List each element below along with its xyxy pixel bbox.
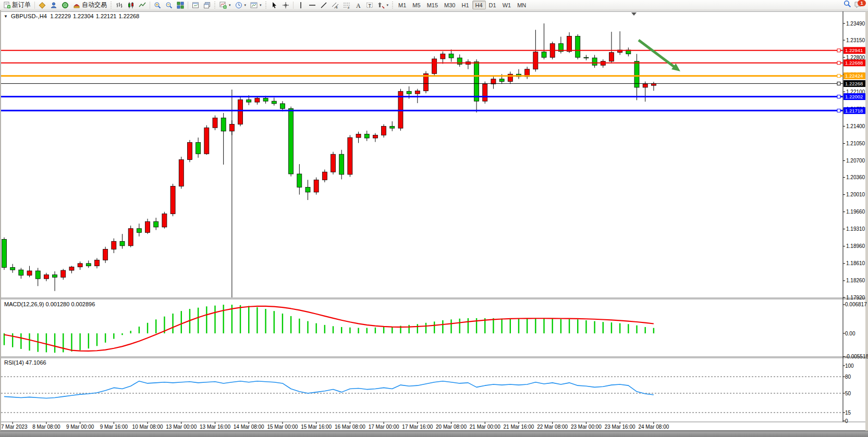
timeframe-h1-button[interactable]: H1 bbox=[458, 1, 472, 9]
candle[interactable] bbox=[187, 143, 192, 160]
candle[interactable] bbox=[196, 143, 201, 154]
timeframe-m5-button[interactable]: M5 bbox=[409, 1, 423, 9]
candle[interactable] bbox=[382, 126, 386, 135]
notifications-button[interactable]: 1 bbox=[854, 1, 865, 9]
chart-bars-button[interactable] bbox=[114, 0, 125, 10]
candle[interactable] bbox=[474, 62, 479, 102]
candle[interactable] bbox=[322, 172, 327, 180]
autotrading-button[interactable]: 自动交易 bbox=[71, 0, 109, 10]
candle[interactable] bbox=[483, 84, 487, 101]
candle[interactable] bbox=[69, 267, 74, 270]
candle[interactable] bbox=[297, 174, 302, 187]
periods-button[interactable]: ▾ bbox=[233, 0, 249, 10]
one-click-trading-toggle[interactable]: ▼ bbox=[4, 14, 8, 19]
candle[interactable] bbox=[137, 229, 141, 233]
candle[interactable] bbox=[154, 222, 158, 227]
candle[interactable] bbox=[238, 99, 243, 124]
new-order-button[interactable]: 新订单 bbox=[1, 0, 33, 10]
timeframe-w1-button[interactable]: W1 bbox=[499, 1, 515, 9]
timeframe-h4-button[interactable]: H4 bbox=[472, 1, 486, 9]
chart-canvas[interactable]: 1.234901.231501.228001.224501.221001.217… bbox=[0, 10, 868, 431]
candle[interactable] bbox=[314, 180, 319, 192]
candle[interactable] bbox=[415, 91, 420, 94]
candle[interactable] bbox=[61, 270, 66, 277]
candle[interactable] bbox=[407, 91, 411, 94]
candle[interactable] bbox=[592, 58, 597, 65]
horizontal-line-button[interactable] bbox=[307, 0, 318, 10]
cursor-button[interactable] bbox=[268, 0, 280, 10]
candle[interactable] bbox=[35, 271, 40, 279]
candle[interactable] bbox=[499, 79, 504, 82]
candle[interactable] bbox=[128, 229, 133, 246]
candle[interactable] bbox=[204, 128, 209, 154]
candle[interactable] bbox=[364, 134, 369, 138]
candle[interactable] bbox=[533, 52, 538, 69]
candle[interactable] bbox=[339, 154, 344, 174]
candle[interactable] bbox=[584, 57, 589, 58]
label-button[interactable]: T bbox=[364, 0, 375, 10]
candle[interactable] bbox=[280, 104, 285, 108]
candle[interactable] bbox=[576, 36, 580, 58]
text-button[interactable]: A bbox=[352, 0, 364, 10]
candle[interactable] bbox=[441, 54, 445, 59]
channel-button[interactable]: E bbox=[329, 0, 341, 10]
candle[interactable] bbox=[255, 98, 260, 103]
candle[interactable] bbox=[432, 59, 437, 73]
chart-line-button[interactable] bbox=[137, 0, 148, 10]
trendline-button[interactable] bbox=[318, 0, 329, 10]
timeframe-m1-button[interactable]: M1 bbox=[395, 1, 409, 9]
templates-button[interactable]: ▾ bbox=[248, 0, 264, 10]
chart-candles-button[interactable] bbox=[125, 0, 137, 10]
candle[interactable] bbox=[356, 134, 361, 138]
candle[interactable] bbox=[651, 83, 656, 85]
data-window-button[interactable] bbox=[48, 0, 59, 10]
candle[interactable] bbox=[229, 124, 234, 131]
market-watch-button[interactable] bbox=[36, 0, 48, 10]
candle[interactable] bbox=[10, 267, 15, 270]
candle[interactable] bbox=[162, 214, 167, 227]
timeframe-d1-button[interactable]: D1 bbox=[486, 1, 499, 9]
candle[interactable] bbox=[221, 118, 226, 131]
candle[interactable] bbox=[19, 270, 23, 275]
timeframe-m15-button[interactable]: M15 bbox=[424, 1, 441, 9]
arrange-windows-button[interactable] bbox=[190, 0, 201, 10]
candle[interactable] bbox=[373, 135, 377, 138]
candle[interactable] bbox=[567, 36, 572, 52]
candle[interactable] bbox=[348, 138, 352, 174]
candle[interactable] bbox=[213, 118, 217, 128]
chart-window[interactable]: 1.234901.231501.228001.224501.221001.217… bbox=[0, 10, 868, 431]
navigator-button[interactable] bbox=[59, 0, 71, 10]
candle[interactable] bbox=[542, 52, 546, 57]
candle[interactable] bbox=[2, 240, 7, 268]
candle[interactable] bbox=[78, 264, 82, 267]
candle[interactable] bbox=[272, 101, 276, 104]
candle[interactable] bbox=[53, 275, 57, 278]
candle[interactable] bbox=[449, 54, 454, 58]
candle[interactable] bbox=[491, 79, 496, 84]
candle[interactable] bbox=[103, 249, 108, 260]
candle[interactable] bbox=[86, 264, 91, 266]
candle[interactable] bbox=[170, 186, 175, 214]
candle[interactable] bbox=[263, 98, 268, 102]
candle[interactable] bbox=[331, 154, 336, 172]
zoom-out-button[interactable] bbox=[163, 0, 175, 10]
indicators-button[interactable]: ▾ bbox=[217, 0, 233, 10]
crosshair-button[interactable] bbox=[280, 0, 291, 10]
candle[interactable] bbox=[179, 160, 184, 186]
candle[interactable] bbox=[94, 260, 99, 266]
candle[interactable] bbox=[112, 241, 116, 249]
timeframe-m30-button[interactable]: M30 bbox=[441, 1, 458, 9]
candle[interactable] bbox=[390, 126, 395, 128]
candle[interactable] bbox=[289, 108, 294, 174]
candle[interactable] bbox=[643, 84, 647, 88]
tile-windows-button[interactable] bbox=[175, 0, 186, 10]
candle[interactable] bbox=[120, 241, 125, 245]
candle[interactable] bbox=[27, 271, 32, 275]
candle[interactable] bbox=[145, 222, 150, 233]
vertical-line-button[interactable] bbox=[295, 0, 307, 10]
arrows-button[interactable]: ▾ bbox=[375, 0, 391, 10]
timeframe-mn-button[interactable]: MN bbox=[514, 1, 529, 9]
search-icon[interactable] bbox=[843, 0, 851, 10]
candle[interactable] bbox=[247, 99, 251, 102]
candle[interactable] bbox=[609, 53, 614, 61]
